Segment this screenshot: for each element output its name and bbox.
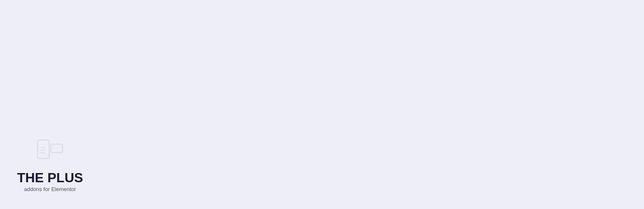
left-section: THE PLUS addons for Elementor <box>0 0 100 209</box>
svg-rect-1 <box>51 144 63 153</box>
logo-title: THE PLUS <box>17 171 83 184</box>
svg-rect-0 <box>38 140 49 158</box>
logo-icon <box>33 133 67 166</box>
logo-subtitle: addons for Elementor <box>24 186 76 192</box>
